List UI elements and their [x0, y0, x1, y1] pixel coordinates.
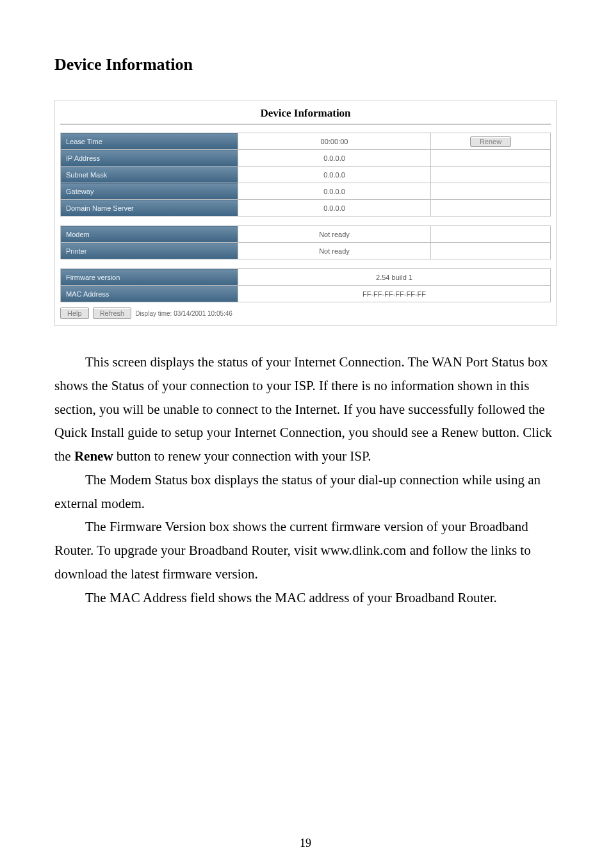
- row-value: 0.0.0.0: [238, 183, 431, 200]
- panel-title: Device Information: [60, 104, 551, 125]
- row-label: Subnet Mask: [61, 167, 238, 183]
- table-row: MAC Address FF-FF-FF-FF-FF-FF: [61, 286, 551, 302]
- row-action-cell: [431, 183, 551, 200]
- text: This screen displays the status of your …: [54, 354, 552, 464]
- row-action-cell: [431, 150, 551, 167]
- paragraph: The Modem Status box displays the status…: [54, 468, 557, 516]
- row-label: Modem: [61, 226, 238, 243]
- row-value: Not ready: [238, 243, 431, 259]
- page-number: 19: [0, 837, 611, 850]
- body-text: This screen displays the status of your …: [54, 350, 557, 609]
- wan-status-table: Lease Time 00:00:00 Renew IP Address 0.0…: [60, 133, 551, 217]
- row-value: Not ready: [238, 226, 431, 243]
- row-value: FF-FF-FF-FF-FF-FF: [238, 286, 551, 302]
- text: The Firmware Version box shows the curre…: [54, 519, 531, 582]
- table-row: IP Address 0.0.0.0: [61, 150, 551, 167]
- row-action-cell: [431, 243, 551, 259]
- row-value: 0.0.0.0: [238, 150, 431, 167]
- row-action-cell: [431, 200, 551, 217]
- row-action-cell: [431, 226, 551, 243]
- help-button[interactable]: Help: [60, 307, 89, 319]
- table-row: Modem Not ready: [61, 226, 551, 243]
- page-heading: Device Information: [54, 55, 557, 74]
- row-value: 0.0.0.0: [238, 200, 431, 217]
- row-value: 0.0.0.0: [238, 167, 431, 183]
- renew-strong: Renew: [74, 448, 113, 464]
- refresh-button[interactable]: Refresh: [93, 307, 132, 319]
- display-time-text: Display time: 03/14/2001 10:05:46: [135, 310, 232, 317]
- paragraph: The MAC Address field shows the MAC addr…: [54, 586, 557, 610]
- renew-button[interactable]: Renew: [470, 136, 511, 147]
- table-row: Lease Time 00:00:00 Renew: [61, 133, 551, 150]
- paragraph: The Firmware Version box shows the curre…: [54, 515, 557, 585]
- row-value: 2.54 build 1: [238, 269, 551, 286]
- row-action-cell: [431, 167, 551, 183]
- device-info-screenshot: Device Information Lease Time 00:00:00 R…: [54, 100, 557, 326]
- panel-footer: Help Refresh Display time: 03/14/2001 10…: [60, 307, 551, 319]
- text: button to renew your connection with you…: [113, 448, 371, 464]
- table-row: Subnet Mask 0.0.0.0: [61, 167, 551, 183]
- text: The MAC Address field shows the MAC addr…: [85, 590, 497, 605]
- row-label: Lease Time: [61, 133, 238, 150]
- row-action-cell: Renew: [431, 133, 551, 150]
- system-info-table: Firmware version 2.54 build 1 MAC Addres…: [60, 268, 551, 302]
- device-status-table: Modem Not ready Printer Not ready: [60, 225, 551, 259]
- row-value: 00:00:00: [238, 133, 431, 150]
- row-label: MAC Address: [61, 286, 238, 302]
- row-label: Firmware version: [61, 269, 238, 286]
- row-label: IP Address: [61, 150, 238, 167]
- row-label: Printer: [61, 243, 238, 259]
- row-label: Gateway: [61, 183, 238, 200]
- table-row: Domain Name Server 0.0.0.0: [61, 200, 551, 217]
- row-label: Domain Name Server: [61, 200, 238, 217]
- table-row: Firmware version 2.54 build 1: [61, 269, 551, 286]
- paragraph: This screen displays the status of your …: [54, 350, 557, 468]
- text: The Modem Status box displays the status…: [54, 472, 541, 511]
- table-row: Printer Not ready: [61, 243, 551, 259]
- table-row: Gateway 0.0.0.0: [61, 183, 551, 200]
